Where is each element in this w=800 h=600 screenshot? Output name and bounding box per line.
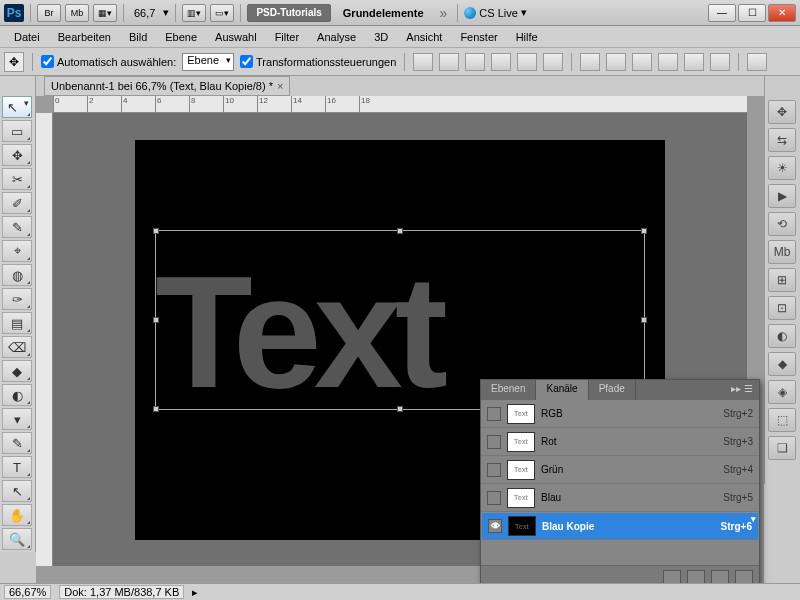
panel-icon[interactable]: ◆ — [768, 352, 796, 376]
panel-icon[interactable]: ◈ — [768, 380, 796, 404]
panel-icon[interactable]: ◐ — [768, 324, 796, 348]
menu-hilfe[interactable]: Hilfe — [508, 28, 546, 46]
distribute-icon[interactable] — [658, 53, 678, 71]
panel-tab-pfade[interactable]: Pfade — [589, 380, 636, 400]
load-selection-icon[interactable] — [663, 570, 681, 584]
visibility-toggle[interactable] — [487, 491, 501, 505]
transform-handle[interactable] — [153, 406, 159, 412]
menu-bild[interactable]: Bild — [121, 28, 155, 46]
status-docinfo[interactable]: Dok: 1,37 MB/838,7 KB — [59, 585, 184, 599]
tool-button[interactable]: ◆ — [2, 360, 32, 382]
transform-handle[interactable] — [641, 228, 647, 234]
visibility-toggle[interactable] — [487, 407, 501, 421]
panel-icon[interactable]: ⊞ — [768, 268, 796, 292]
channel-row[interactable]: TextBlau KopieStrg+6 — [481, 512, 759, 540]
menu-analyse[interactable]: Analyse — [309, 28, 364, 46]
tool-button[interactable]: ↖ — [2, 96, 32, 118]
workspace-grundelemente[interactable]: Grundelemente — [335, 7, 432, 19]
menu-datei[interactable]: Datei — [6, 28, 48, 46]
channel-row[interactable]: TextGrünStrg+4 — [481, 456, 759, 484]
workspace-psdtutorials[interactable]: PSD-Tutorials — [247, 4, 330, 22]
tool-button[interactable]: ✋ — [2, 504, 32, 526]
panel-icon[interactable]: ⊡ — [768, 296, 796, 320]
transform-handle[interactable] — [153, 317, 159, 323]
status-zoom[interactable]: 66,67% — [4, 585, 51, 599]
visibility-toggle[interactable] — [487, 463, 501, 477]
transform-handle[interactable] — [397, 228, 403, 234]
channel-row[interactable]: TextBlauStrg+5 — [481, 484, 759, 512]
panel-icon[interactable]: ⟲ — [768, 212, 796, 236]
channel-row[interactable]: TextRotStrg+3 — [481, 428, 759, 456]
visibility-toggle[interactable] — [488, 519, 502, 533]
tool-button[interactable]: ↖ — [2, 480, 32, 502]
panel-icon[interactable]: ☀ — [768, 156, 796, 180]
auto-select-dropdown[interactable]: Ebene — [182, 53, 234, 71]
channels-panel[interactable]: EbenenKanälePfade▸▸ ☰ TextRGBStrg+2TextR… — [480, 379, 760, 588]
menu-ebene[interactable]: Ebene — [157, 28, 205, 46]
new-channel-icon[interactable] — [711, 570, 729, 584]
tool-button[interactable]: ▤ — [2, 312, 32, 334]
tool-button[interactable]: T — [2, 456, 32, 478]
delete-channel-icon[interactable] — [735, 570, 753, 584]
panel-icon[interactable]: Mb — [768, 240, 796, 264]
document-tab[interactable]: Unbenannt-1 bei 66,7% (Text, Blau Kopie/… — [44, 76, 290, 96]
align-icon[interactable] — [543, 53, 563, 71]
tool-button[interactable]: 🔍 — [2, 528, 32, 550]
tool-button[interactable]: ✥ — [2, 144, 32, 166]
zoom-level[interactable]: 66,7 — [130, 6, 159, 20]
align-icon[interactable] — [439, 53, 459, 71]
transform-handle[interactable] — [641, 317, 647, 323]
menu-3d[interactable]: 3D — [366, 28, 396, 46]
maximize-button[interactable]: ☐ — [738, 4, 766, 22]
menu-auswahl[interactable]: Auswahl — [207, 28, 265, 46]
tool-button[interactable]: ⌖ — [2, 240, 32, 262]
close-tab-icon[interactable]: × — [277, 80, 283, 92]
tool-button[interactable]: ▭ — [2, 120, 32, 142]
view-extras-button[interactable]: ▦▾ — [93, 4, 117, 22]
align-icon[interactable] — [413, 53, 433, 71]
auto-select-checkbox[interactable]: Automatisch auswählen: — [41, 55, 176, 68]
panel-icon[interactable]: ⬚ — [768, 408, 796, 432]
save-selection-icon[interactable] — [687, 570, 705, 584]
panel-icon[interactable]: ▶ — [768, 184, 796, 208]
menu-bearbeiten[interactable]: Bearbeiten — [50, 28, 119, 46]
align-icon[interactable] — [465, 53, 485, 71]
tool-button[interactable]: ◐ — [2, 384, 32, 406]
close-button[interactable]: ✕ — [768, 4, 796, 22]
workspace-more-icon[interactable]: » — [436, 5, 452, 21]
panel-tab-ebenen[interactable]: Ebenen — [481, 380, 536, 400]
screen-mode-button[interactable]: ▭▾ — [210, 4, 234, 22]
panel-icon[interactable]: ⇆ — [768, 128, 796, 152]
minimize-button[interactable]: — — [708, 4, 736, 22]
minibridge-button[interactable]: Mb — [65, 4, 89, 22]
auto-align-icon[interactable] — [747, 53, 767, 71]
bridge-button[interactable]: Br — [37, 4, 61, 22]
distribute-icon[interactable] — [580, 53, 600, 71]
transform-controls-checkbox[interactable]: Transformationssteuerungen — [240, 55, 396, 68]
distribute-icon[interactable] — [606, 53, 626, 71]
tool-button[interactable]: ▾ — [2, 408, 32, 430]
panel-menu-icon[interactable]: ▸▸ ☰ — [725, 380, 759, 400]
visibility-toggle[interactable] — [487, 435, 501, 449]
menu-filter[interactable]: Filter — [267, 28, 307, 46]
transform-handle[interactable] — [153, 228, 159, 234]
arrange-button[interactable]: ▥▾ — [182, 4, 206, 22]
menu-fenster[interactable]: Fenster — [452, 28, 505, 46]
distribute-icon[interactable] — [710, 53, 730, 71]
cs-live-button[interactable]: CS Live▾ — [464, 6, 527, 19]
panel-icon[interactable]: ❏ — [768, 436, 796, 460]
distribute-icon[interactable] — [684, 53, 704, 71]
align-icon[interactable] — [517, 53, 537, 71]
tool-button[interactable]: ✑ — [2, 288, 32, 310]
tool-button[interactable]: ✐ — [2, 192, 32, 214]
tool-button[interactable]: ◍ — [2, 264, 32, 286]
tool-button[interactable]: ✎ — [2, 216, 32, 238]
channel-row[interactable]: TextRGBStrg+2 — [481, 400, 759, 428]
panel-icon[interactable]: ✥ — [768, 100, 796, 124]
tool-button[interactable]: ✎ — [2, 432, 32, 454]
distribute-icon[interactable] — [632, 53, 652, 71]
align-icon[interactable] — [491, 53, 511, 71]
transform-handle[interactable] — [397, 406, 403, 412]
tool-button[interactable]: ⌫ — [2, 336, 32, 358]
tool-button[interactable]: ✂ — [2, 168, 32, 190]
